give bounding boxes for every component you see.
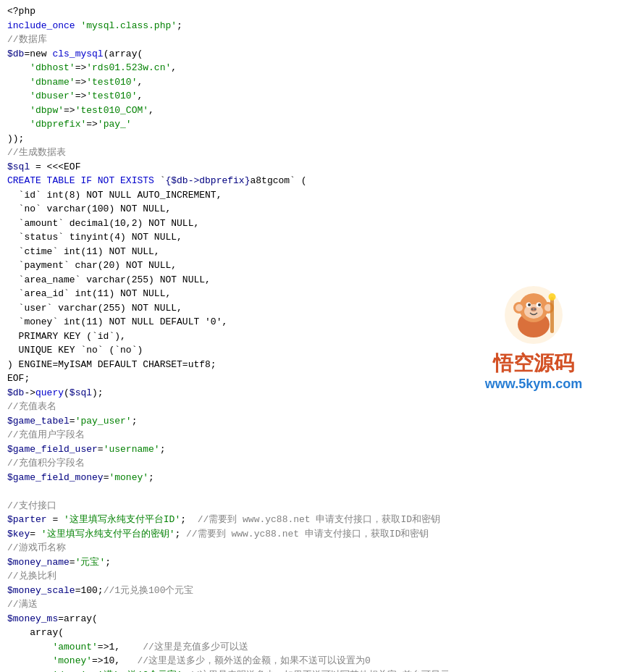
- svg-point-10: [528, 303, 531, 306]
- code-line: array(: [7, 626, 628, 640]
- svg-point-13: [531, 308, 534, 311]
- code-line: ));: [7, 132, 628, 146]
- code-line: $money_name='元宝';: [7, 555, 628, 570]
- code-line: $sql = <<<EOF: [7, 160, 628, 175]
- svg-point-16: [549, 293, 556, 301]
- code-line: $game_tabel='pay_user';: [7, 414, 628, 429]
- code-line: [7, 484, 628, 499]
- code-line: $game_field_user='username';: [7, 442, 628, 457]
- code-line: $money_ms=array(: [7, 612, 628, 626]
- svg-point-5: [516, 304, 523, 311]
- code-line: `amount` decimal(10,2) NOT NULL,: [7, 217, 628, 231]
- code-line: //数据库: [7, 33, 628, 47]
- code-line: `id` int(8) NOT NULL AUTO_INCREMENT,: [7, 188, 628, 203]
- code-line: //满送: [7, 597, 628, 612]
- code-line: `ctime` int(11) NOT NULL,: [7, 245, 628, 259]
- code-line: //充值积分字段名: [7, 456, 628, 471]
- code-line: `no` varchar(100) NOT NULL,: [7, 202, 628, 217]
- code-line: include_once 'mysql.class.php';: [7, 19, 628, 33]
- code-line: 'dbprefix'=>'pay_': [7, 117, 628, 132]
- watermark-title: 悟空源码: [454, 353, 613, 375]
- watermark: 悟空源码 www.5kym.com: [454, 282, 613, 394]
- code-line: 'money'=>10, //这里是送多少，额外送的金额，如果不送可以设置为0: [7, 654, 628, 668]
- code-line: `payment` char(20) NOT NULL,: [7, 259, 628, 273]
- svg-point-14: [534, 308, 537, 311]
- code-line: 'dbuser'=>'test010',: [7, 89, 628, 104]
- code-line: $db=new cls_mysql(array(: [7, 47, 628, 62]
- code-line: 'dbname'=>'test010',: [7, 75, 628, 90]
- code-line: 'dbhost'=>'rds01.523w.cn',: [7, 61, 628, 75]
- code-line: $parter = '这里填写永纯支付平台ID'; //需要到 www.yc88…: [7, 513, 628, 527]
- code-line: //生成数据表: [7, 146, 628, 160]
- code-line: $money_scale=100;//1元兑换100个元宝: [7, 584, 628, 598]
- code-line: 'desc'=>'满1，送10个元宝' //这里是表明送多少，如果不送可以写其他…: [7, 668, 628, 673]
- watermark-logo-icon: [501, 282, 566, 348]
- watermark-url: www.5kym.com: [454, 374, 613, 394]
- code-line: <?php: [7, 4, 628, 19]
- svg-point-11: [538, 303, 541, 306]
- code-line: 'amount'=>1, //这里是充值多少可以送: [7, 640, 628, 655]
- code-line: CREATE TABLE IF NOT EXISTS `{$db->dbpref…: [7, 174, 628, 188]
- code-line: `status` tinyint(4) NOT NULL,: [7, 230, 628, 245]
- code-line: //游戏币名称: [7, 541, 628, 555]
- code-line: //支付接口: [7, 499, 628, 513]
- code-line: //充值用户字段名: [7, 428, 628, 442]
- code-line: $key= '这里填写永纯支付平台的密钥'; //需要到 www.yc88.ne…: [7, 527, 628, 542]
- code-line: 'dbpw'=>'test010_COM',: [7, 104, 628, 118]
- code-line: //充值表名: [7, 400, 628, 414]
- code-container: <?phpinclude_once 'mysql.class.php';//数据…: [0, 0, 635, 672]
- code-line: $game_field_money='money';: [7, 471, 628, 485]
- code-line: //兑换比利: [7, 569, 628, 584]
- svg-rect-15: [550, 297, 554, 333]
